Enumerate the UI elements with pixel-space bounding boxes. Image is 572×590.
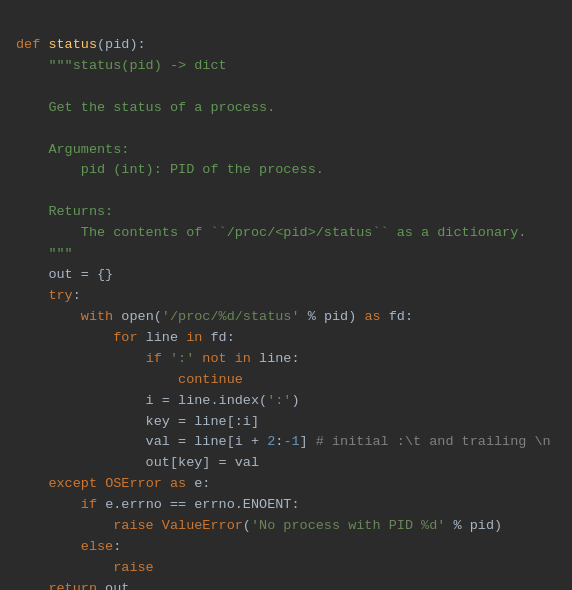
keyword-if: if xyxy=(146,351,170,366)
keyword-try: try xyxy=(48,288,72,303)
keyword-as: as xyxy=(364,309,380,324)
keyword-except: except xyxy=(48,476,105,491)
code-text: % pid) xyxy=(300,309,365,324)
keyword-as2: as xyxy=(170,476,186,491)
code-text: line xyxy=(146,330,187,345)
code-editor: def status(pid): """status(pid) -> dict … xyxy=(0,0,572,590)
comment-initial: # initial :\t and trailing \n xyxy=(316,434,551,449)
code-text: ( xyxy=(243,518,251,533)
docstring: """status(pid) -> dict Get the status of… xyxy=(16,58,526,261)
keyword-raise2: raise xyxy=(113,560,154,575)
keyword-in: in xyxy=(186,330,202,345)
keyword-with: with xyxy=(81,309,122,324)
code-text: open( xyxy=(121,309,162,324)
keyword-raise: raise xyxy=(113,518,162,533)
keyword-def: def xyxy=(16,37,48,52)
keyword-not: not xyxy=(202,351,234,366)
keyword-continue: continue xyxy=(178,372,243,387)
exception-valueerror: ValueError xyxy=(162,518,243,533)
string-colon2: ':' xyxy=(267,393,291,408)
string-no-process: 'No process with PID %d' xyxy=(251,518,445,533)
keyword-return: return xyxy=(48,581,97,590)
exception-oserror: OSError xyxy=(105,476,162,491)
keyword-in2: in xyxy=(235,351,251,366)
string-path: '/proc/%d/status' xyxy=(162,309,300,324)
code-text: out xyxy=(97,581,129,590)
code-text: i = line.index( xyxy=(16,393,267,408)
function-name: status xyxy=(48,37,97,52)
code-text xyxy=(162,476,170,491)
number-neg1: -1 xyxy=(283,434,299,449)
string-colon: ':' xyxy=(170,351,194,366)
keyword-else: else xyxy=(81,539,113,554)
code-text xyxy=(16,581,48,590)
keyword-if2: if xyxy=(81,497,105,512)
keyword-for: for xyxy=(113,330,145,345)
code-text: ] xyxy=(300,434,316,449)
